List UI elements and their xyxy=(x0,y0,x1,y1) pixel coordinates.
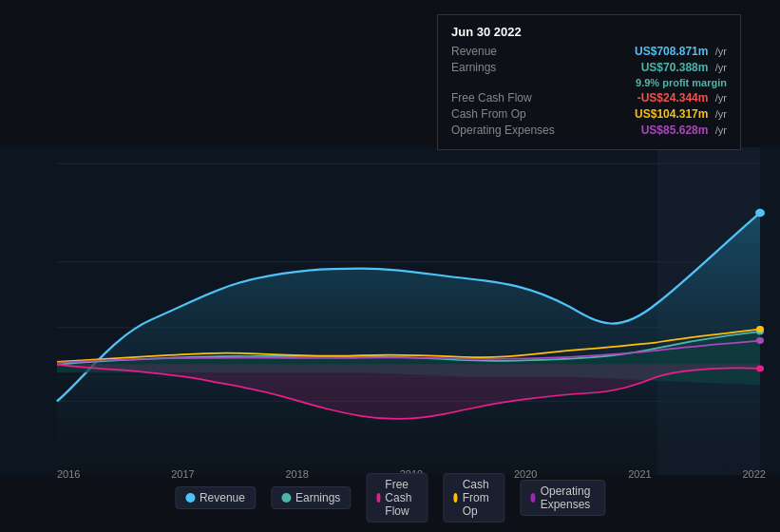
opex-value: US$85.628m xyxy=(641,124,709,137)
chart-legend: Revenue Earnings Free Cash Flow Cash Fro… xyxy=(175,473,605,522)
x-label-2022: 2022 xyxy=(743,468,766,480)
legend-opex[interactable]: Operating Expenses xyxy=(520,480,605,516)
chart-svg xyxy=(0,147,780,475)
x-label-2021: 2021 xyxy=(628,468,651,480)
chart-container: Jun 30 2022 Revenue US$708.871m /yr Earn… xyxy=(0,0,780,532)
revenue-value: US$708.871m xyxy=(635,45,708,58)
tooltip-revenue-row: Revenue US$708.871m /yr xyxy=(451,45,727,58)
cfo-dot xyxy=(453,493,457,503)
legend-fcf-label: Free Cash Flow xyxy=(385,478,417,518)
cfo-unit: /yr xyxy=(715,108,727,120)
earnings-value: US$70.388m xyxy=(641,61,709,74)
revenue-label: Revenue xyxy=(451,45,565,58)
profit-margin: 9.9% profit margin xyxy=(636,77,727,88)
tooltip-cfo-row: Cash From Op US$104.317m /yr xyxy=(451,107,727,121)
legend-cfo-label: Cash From Op xyxy=(463,478,495,518)
fcf-dot xyxy=(376,493,380,503)
earnings-dot xyxy=(281,493,291,503)
svg-point-10 xyxy=(756,365,764,371)
fcf-unit: /yr xyxy=(715,92,727,104)
tooltip-fcf-row: Free Cash Flow -US$24.344m /yr xyxy=(451,91,727,104)
svg-point-12 xyxy=(756,337,764,344)
legend-cfo[interactable]: Cash From Op xyxy=(443,473,504,522)
tooltip-date: Jun 30 2022 xyxy=(451,25,727,39)
tooltip-margin-row: 9.9% profit margin xyxy=(451,77,727,88)
opex-dot xyxy=(530,493,535,503)
tooltip-box: Jun 30 2022 Revenue US$708.871m /yr Earn… xyxy=(437,14,741,150)
svg-point-11 xyxy=(756,326,764,332)
tooltip-opex-row: Operating Expenses US$85.628m /yr xyxy=(451,124,727,137)
revenue-unit: /yr xyxy=(715,46,727,57)
earnings-label: Earnings xyxy=(451,61,565,74)
x-label-2016: 2016 xyxy=(57,468,80,480)
fcf-value: -US$24.344m xyxy=(637,91,709,104)
revenue-dot xyxy=(185,493,195,503)
cfo-value: US$104.317m xyxy=(635,107,708,121)
opex-unit: /yr xyxy=(715,124,727,136)
legend-earnings-label: Earnings xyxy=(295,491,340,504)
legend-opex-label: Operating Expenses xyxy=(541,484,595,511)
svg-point-8 xyxy=(755,209,765,218)
legend-revenue-label: Revenue xyxy=(200,491,245,504)
opex-label: Operating Expenses xyxy=(451,124,565,137)
cfo-label: Cash From Op xyxy=(451,107,565,121)
fcf-label: Free Cash Flow xyxy=(451,91,565,104)
legend-fcf[interactable]: Free Cash Flow xyxy=(366,473,428,522)
legend-earnings[interactable]: Earnings xyxy=(271,486,351,509)
legend-revenue[interactable]: Revenue xyxy=(175,486,256,509)
tooltip-earnings-row: Earnings US$70.388m /yr xyxy=(451,61,727,74)
earnings-unit: /yr xyxy=(715,62,727,73)
